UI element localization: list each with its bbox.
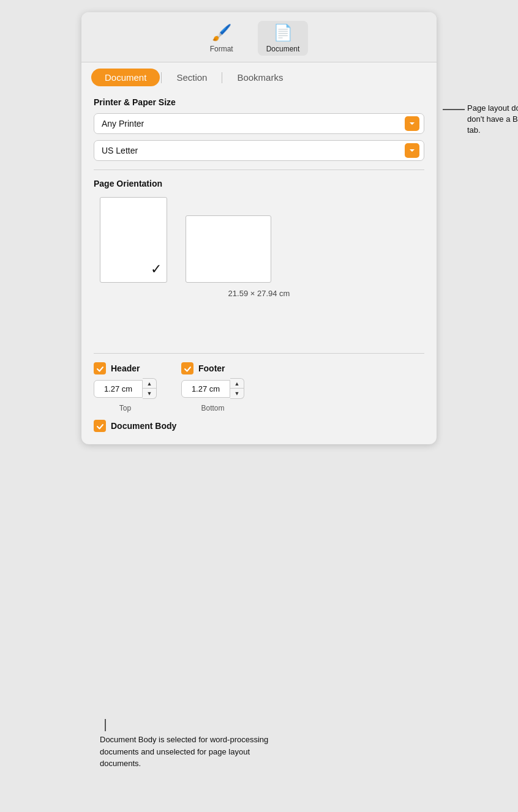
tab-divider-2 xyxy=(222,72,222,83)
footer-checkbox[interactable] xyxy=(181,362,193,374)
tab-bookmarks[interactable]: Bookmarks xyxy=(223,69,296,86)
footer-value-input[interactable] xyxy=(181,380,230,398)
header-sub-label: Top xyxy=(94,404,157,412)
printer-select[interactable]: Any Printer xyxy=(94,113,424,134)
landscape-option[interactable] xyxy=(186,215,271,283)
format-label: Format xyxy=(210,45,233,53)
document-toolbar-item[interactable]: 📄 Document xyxy=(258,21,309,56)
document-icon: 📄 xyxy=(273,23,293,42)
footer-label: Footer xyxy=(198,363,225,373)
header-label: Header xyxy=(111,363,140,373)
printer-select-row: Any Printer xyxy=(94,113,424,134)
header-check-row: Header xyxy=(94,362,157,374)
tab-bar: Document Section Bookmarks xyxy=(81,62,437,86)
document-body-label: Document Body xyxy=(111,421,176,431)
portrait-checkmark: ✓ xyxy=(151,261,162,277)
header-checkbox[interactable] xyxy=(94,362,106,374)
tab-section[interactable]: Section xyxy=(163,69,220,86)
header-footer-row: Header ▲ ▼ Top xyxy=(94,362,424,412)
footer-check-icon xyxy=(184,365,192,373)
orientation-options: ✓ xyxy=(94,197,424,283)
printer-section-label: Printer & Paper Size xyxy=(94,97,424,107)
header-stepper-buttons: ▲ ▼ xyxy=(143,378,157,399)
document-body-check-icon xyxy=(96,422,104,430)
document-body-checkbox[interactable] xyxy=(94,420,106,432)
header-decrement-button[interactable]: ▼ xyxy=(143,389,156,398)
dimension-label: 21.59 × 27.94 cm xyxy=(94,289,424,298)
footer-sub-label: Bottom xyxy=(181,404,244,412)
footer-check-row: Footer xyxy=(181,362,244,374)
orientation-label: Page Orientation xyxy=(94,179,424,188)
callout-right: Page layout documents don't have a Bookm… xyxy=(443,103,518,136)
callout-bottom-text: Document Body is selected for word-proce… xyxy=(100,735,268,768)
tab-divider-1 xyxy=(161,72,162,83)
toolbar: 🖌️ Format 📄 Document xyxy=(81,12,437,62)
paper-select-row: US Letter xyxy=(94,140,424,161)
document-label: Document xyxy=(266,45,300,53)
format-toolbar-item[interactable]: 🖌️ Format xyxy=(210,23,233,53)
document-body-row: Document Body xyxy=(94,420,424,432)
header-increment-button[interactable]: ▲ xyxy=(143,379,156,389)
format-icon: 🖌️ xyxy=(212,23,231,42)
landscape-box xyxy=(186,215,271,283)
header-value-input[interactable] xyxy=(94,380,143,398)
divider-1 xyxy=(94,169,424,170)
callout-right-text: Page layout documents don't have a Bookm… xyxy=(467,103,518,136)
footer-item: Footer ▲ ▼ Bottom xyxy=(181,362,244,412)
portrait-option[interactable]: ✓ xyxy=(100,197,167,283)
header-check-icon xyxy=(96,365,104,373)
tab-document[interactable]: Document xyxy=(91,69,160,86)
footer-increment-button[interactable]: ▲ xyxy=(230,379,244,389)
footer-decrement-button[interactable]: ▼ xyxy=(230,389,244,398)
panel-content: Printer & Paper Size Any Printer US Lett… xyxy=(81,86,437,444)
paper-select[interactable]: US Letter xyxy=(94,140,424,161)
header-stepper-row: ▲ ▼ xyxy=(94,378,157,399)
footer-stepper-buttons: ▲ ▼ xyxy=(230,378,244,399)
callout-bottom-line xyxy=(105,719,106,731)
footer-stepper-row: ▲ ▼ xyxy=(181,378,244,399)
callout-bottom: Document Body is selected for word-proce… xyxy=(100,719,271,770)
callout-right-line xyxy=(443,109,465,110)
header-item: Header ▲ ▼ Top xyxy=(94,362,157,412)
spacer xyxy=(94,308,424,345)
portrait-box: ✓ xyxy=(100,197,167,283)
divider-2 xyxy=(94,353,424,354)
